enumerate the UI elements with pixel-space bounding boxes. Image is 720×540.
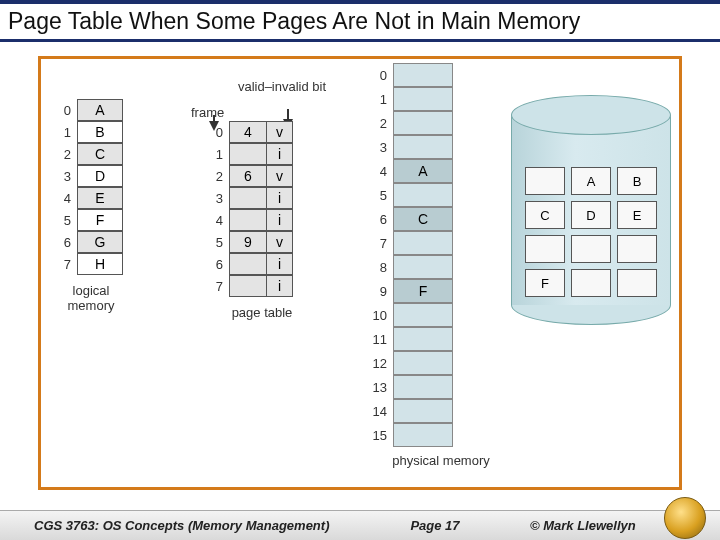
frame-number-cell	[229, 187, 267, 209]
frame-content-cell	[393, 303, 453, 327]
logical-memory-row: 2C	[59, 143, 123, 165]
physical-memory-table: 01234A56C789F101112131415	[371, 63, 453, 447]
frame-content-cell	[393, 351, 453, 375]
frame-index: 6	[371, 212, 393, 227]
logical-memory-row: 1B	[59, 121, 123, 143]
frame-content-cell: A	[393, 159, 453, 183]
page-cell: D	[77, 165, 123, 187]
frame-index: 15	[371, 428, 393, 443]
frame-index: 7	[371, 236, 393, 251]
valid-bit-cell: i	[267, 275, 293, 297]
frame-index: 1	[371, 92, 393, 107]
frame-index: 3	[371, 140, 393, 155]
footer-course: CGS 3763: OS Concepts (Memory Management…	[0, 518, 360, 533]
page-cell: C	[77, 143, 123, 165]
frame-index: 12	[371, 356, 393, 371]
page-cell: E	[77, 187, 123, 209]
row-index: 1	[211, 147, 229, 162]
row-index: 6	[211, 257, 229, 272]
logical-memory-row: 7H	[59, 253, 123, 275]
row-index: 3	[211, 191, 229, 206]
page-table-row: 26v	[211, 165, 293, 187]
row-index: 2	[59, 147, 77, 162]
disk-slot: D	[571, 201, 611, 229]
frame-content-cell	[393, 327, 453, 351]
disk-slot	[617, 235, 657, 263]
page-cell: B	[77, 121, 123, 143]
frame-index: 8	[371, 260, 393, 275]
disk-slot: F	[525, 269, 565, 297]
physical-frame-row: 6C	[371, 207, 453, 231]
disk-slot	[571, 269, 611, 297]
page-table-caption: page table	[217, 305, 307, 320]
frame-index: 5	[371, 188, 393, 203]
frame-index: 2	[371, 116, 393, 131]
disk-storage: ABCDEF	[511, 95, 671, 325]
frame-content-cell	[393, 63, 453, 87]
logical-memory-row: 0A	[59, 99, 123, 121]
physical-frame-row: 13	[371, 375, 453, 399]
valid-bit-cell: v	[267, 165, 293, 187]
physical-frame-row: 4A	[371, 159, 453, 183]
physical-frame-row: 8	[371, 255, 453, 279]
frame-content-cell: C	[393, 207, 453, 231]
frame-index: 13	[371, 380, 393, 395]
physical-frame-row: 5	[371, 183, 453, 207]
page-cell: G	[77, 231, 123, 253]
disk-slot: A	[571, 167, 611, 195]
physical-frame-row: 0	[371, 63, 453, 87]
physical-frame-row: 15	[371, 423, 453, 447]
valid-bit-cell: i	[267, 187, 293, 209]
logical-memory-table: 0A1B2C3D4E5F6G7H	[59, 99, 123, 275]
frame-content-cell	[393, 135, 453, 159]
frame-number-cell	[229, 143, 267, 165]
row-index: 3	[59, 169, 77, 184]
frame-content-cell: F	[393, 279, 453, 303]
logical-memory-row: 3D	[59, 165, 123, 187]
frame-number-cell	[229, 209, 267, 231]
row-index: 7	[59, 257, 77, 272]
slide-title: Page Table When Some Pages Are Not in Ma…	[0, 0, 720, 42]
disk-slot-grid: ABCDEF	[525, 167, 657, 297]
disk-slot	[525, 235, 565, 263]
physical-frame-row: 14	[371, 399, 453, 423]
row-index: 5	[211, 235, 229, 250]
page-table-row: 7i	[211, 275, 293, 297]
frame-number-cell: 6	[229, 165, 267, 187]
logical-memory-row: 5F	[59, 209, 123, 231]
frame-header-label: frame	[191, 105, 224, 120]
physical-frame-row: 9F	[371, 279, 453, 303]
row-index: 4	[59, 191, 77, 206]
row-index: 1	[59, 125, 77, 140]
physical-frame-row: 1	[371, 87, 453, 111]
page-table-row: 6i	[211, 253, 293, 275]
disk-slot: B	[617, 167, 657, 195]
frame-content-cell	[393, 87, 453, 111]
logical-memory-caption: logical memory	[61, 283, 121, 313]
frame-index: 14	[371, 404, 393, 419]
page-table-row: 04v	[211, 121, 293, 143]
page-table-row: 4i	[211, 209, 293, 231]
page-table: 04v1i26v3i4i59v6i7i	[211, 121, 293, 297]
frame-number-cell	[229, 253, 267, 275]
disk-cylinder-top	[511, 95, 671, 135]
disk-slot: C	[525, 201, 565, 229]
row-index: 6	[59, 235, 77, 250]
disk-slot	[617, 269, 657, 297]
physical-frame-row: 3	[371, 135, 453, 159]
frame-content-cell	[393, 231, 453, 255]
frame-number-cell: 4	[229, 121, 267, 143]
frame-index: 0	[371, 68, 393, 83]
diagram-container: 0A1B2C3D4E5F6G7H logical memory frame va…	[38, 56, 682, 490]
frame-content-cell	[393, 111, 453, 135]
physical-frame-row: 10	[371, 303, 453, 327]
frame-content-cell	[393, 423, 453, 447]
row-index: 0	[59, 103, 77, 118]
valid-bit-cell: v	[267, 121, 293, 143]
page-cell: F	[77, 209, 123, 231]
valid-bit-cell: v	[267, 231, 293, 253]
page-table-row: 3i	[211, 187, 293, 209]
physical-frame-row: 2	[371, 111, 453, 135]
frame-content-cell	[393, 255, 453, 279]
frame-index: 4	[371, 164, 393, 179]
